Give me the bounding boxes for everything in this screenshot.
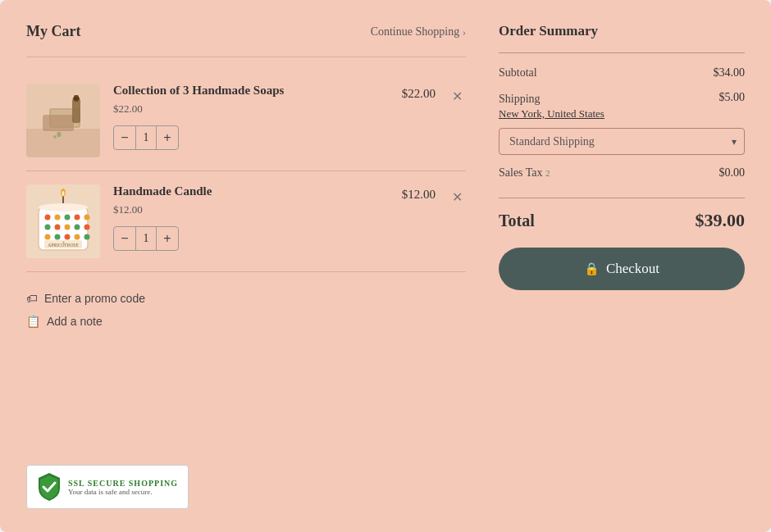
cart-header-divider xyxy=(26,57,466,57)
total-divider xyxy=(499,198,745,198)
candle-image-svg: APRICOTROSE ✦ xyxy=(26,184,100,258)
shipping-left: Shipping New York, United States xyxy=(499,91,604,121)
item-price-sub-soap: $22.00 xyxy=(113,102,389,116)
total-value: $39.00 xyxy=(696,210,746,231)
item-price-sub-candle: $12.00 xyxy=(113,203,389,216)
cart-item-candle: APRICOTROSE ✦ Handmade Candle $12.00 − xyxy=(26,171,466,272)
shipping-select-wrapper: Standard Shipping Express Shipping Overn… xyxy=(499,128,745,155)
subtotal-value: $34.00 xyxy=(714,66,746,80)
ssl-sub: Your data is safe and secure. xyxy=(68,488,178,496)
sales-tax-row: Sales Tax 2 $0.00 xyxy=(499,166,745,180)
extra-actions: 🏷 Enter a promo code 📋 Add a note xyxy=(26,292,466,328)
svg-point-26 xyxy=(75,234,80,240)
ssl-shield-icon xyxy=(37,472,62,502)
soap-image-svg xyxy=(26,84,100,157)
svg-point-7 xyxy=(73,97,80,100)
item-name-soap: Collection of 3 Handmade Soaps xyxy=(113,84,389,98)
ssl-badge-area: SSL SECURE SHOPPING Your data is safe an… xyxy=(26,439,466,509)
item-remove-candle[interactable]: ✕ xyxy=(449,186,466,208)
item-price-main-soap: $22.00 xyxy=(402,87,436,101)
item-image-candle: APRICOTROSE ✦ xyxy=(26,184,100,258)
item-details-candle: Handmade Candle $12.00 − 1 + xyxy=(113,184,389,251)
qty-value-candle: 1 xyxy=(135,227,157,250)
promo-code-button[interactable]: 🏷 Enter a promo code xyxy=(26,292,466,305)
add-note-button[interactable]: 📋 Add a note xyxy=(26,315,466,328)
svg-point-21 xyxy=(75,225,80,230)
svg-point-9 xyxy=(53,135,57,139)
order-summary-divider xyxy=(499,52,745,53)
svg-point-24 xyxy=(55,234,61,240)
svg-point-17 xyxy=(84,215,90,221)
item-name-candle: Handmade Candle xyxy=(113,184,389,198)
shipping-location-link[interactable]: New York, United States xyxy=(499,107,604,120)
sales-tax-label: Sales Tax 2 xyxy=(499,166,550,180)
sales-tax-note: 2 xyxy=(545,168,550,178)
tag-icon: 🏷 xyxy=(26,292,38,305)
svg-point-13 xyxy=(45,215,51,221)
svg-point-18 xyxy=(45,225,51,230)
ssl-text: SSL SECURE SHOPPING Your data is safe an… xyxy=(68,479,178,496)
continue-shopping-arrow: › xyxy=(463,25,466,38)
svg-rect-1 xyxy=(26,129,100,157)
ssl-badge: SSL SECURE SHOPPING Your data is safe an… xyxy=(26,465,189,509)
total-row: Total $39.00 xyxy=(499,210,745,231)
item-price-main-candle: $12.00 xyxy=(402,188,436,202)
cart-title: My Cart xyxy=(26,23,80,40)
svg-point-14 xyxy=(55,215,61,221)
continue-shopping-link[interactable]: Continue Shopping › xyxy=(371,25,466,39)
qty-decrease-candle[interactable]: − xyxy=(114,226,135,251)
svg-rect-5 xyxy=(72,98,80,123)
cart-page: My Cart Continue Shopping › xyxy=(0,0,771,532)
lock-icon: 🔒 xyxy=(584,261,600,276)
svg-point-33 xyxy=(62,191,65,196)
svg-rect-4 xyxy=(43,115,74,131)
cart-header: My Cart Continue Shopping › xyxy=(26,23,466,40)
svg-point-23 xyxy=(45,234,51,240)
item-remove-soap[interactable]: ✕ xyxy=(449,85,466,107)
svg-point-30 xyxy=(39,203,88,211)
checkout-label: Checkout xyxy=(606,261,659,277)
qty-increase-candle[interactable]: + xyxy=(157,226,178,251)
sales-tax-value: $0.00 xyxy=(719,166,746,180)
svg-point-22 xyxy=(84,225,90,230)
qty-decrease-soap[interactable]: − xyxy=(114,125,135,150)
item-details-soap: Collection of 3 Handmade Soaps $22.00 − … xyxy=(113,84,389,150)
qty-increase-soap[interactable]: + xyxy=(157,125,178,150)
item-image-soap xyxy=(26,84,100,157)
shipping-method-select[interactable]: Standard Shipping Express Shipping Overn… xyxy=(499,128,745,155)
total-label: Total xyxy=(499,211,535,230)
qty-control-soap: − 1 + xyxy=(113,125,179,150)
qty-value-soap: 1 xyxy=(135,126,157,149)
svg-point-15 xyxy=(65,215,71,221)
shipping-section: Shipping New York, United States $5.00 S… xyxy=(499,91,745,155)
qty-control-candle: − 1 + xyxy=(113,226,179,251)
cart-left-column: My Cart Continue Shopping › xyxy=(26,23,466,509)
shipping-label-row: Shipping New York, United States $5.00 xyxy=(499,91,745,121)
svg-point-25 xyxy=(65,234,71,240)
svg-point-20 xyxy=(65,225,71,230)
shipping-label: Shipping xyxy=(499,93,541,105)
svg-point-19 xyxy=(55,225,61,230)
svg-point-16 xyxy=(75,215,80,221)
order-summary-column: Order Summary Subtotal $34.00 Shipping N… xyxy=(499,23,745,509)
checkout-button[interactable]: 🔒 Checkout xyxy=(499,248,745,290)
order-summary-title: Order Summary xyxy=(499,23,745,39)
subtotal-label: Subtotal xyxy=(499,66,537,80)
note-icon: 📋 xyxy=(26,315,40,328)
svg-point-27 xyxy=(84,234,90,240)
ssl-label: SSL SECURE SHOPPING xyxy=(68,479,178,488)
subtotal-row: Subtotal $34.00 xyxy=(499,66,745,80)
shipping-value: $5.00 xyxy=(719,91,746,104)
cart-item-soap: Collection of 3 Handmade Soaps $22.00 − … xyxy=(26,70,466,171)
